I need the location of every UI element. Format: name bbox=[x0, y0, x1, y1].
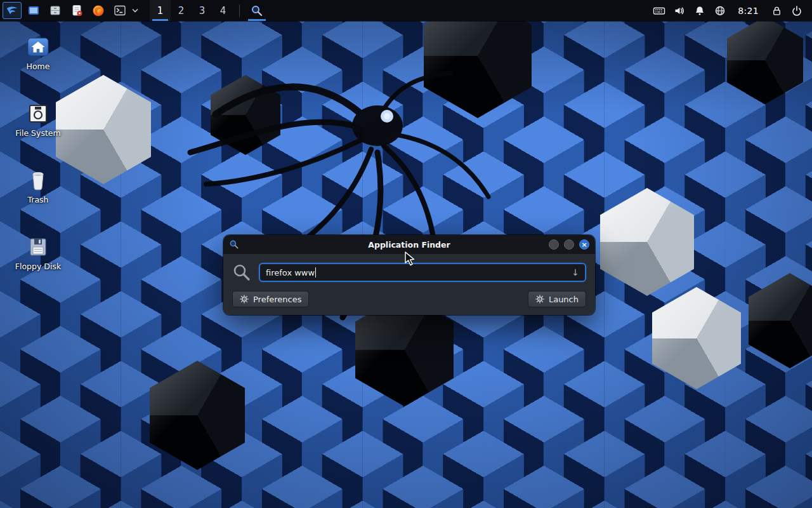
panel-status-area: 8:21 bbox=[650, 2, 812, 19]
mouse-cursor bbox=[404, 251, 418, 267]
text-editor-icon bbox=[70, 4, 83, 17]
taskbar-application-finder-button[interactable] bbox=[246, 0, 268, 21]
keyboard-icon bbox=[653, 5, 665, 17]
trash-icon bbox=[26, 169, 50, 192]
launch-button[interactable]: Launch bbox=[528, 291, 586, 307]
launch-label: Launch bbox=[549, 295, 579, 304]
desktop-icon-trash[interactable]: Trash bbox=[8, 169, 69, 204]
desktop-icon-floppy-disk[interactable]: Floppy Disk bbox=[8, 236, 69, 271]
home-icon bbox=[26, 36, 50, 58]
power-button[interactable] bbox=[788, 2, 806, 19]
workspace-label: 1 bbox=[157, 5, 164, 17]
chevron-down-icon bbox=[132, 8, 138, 13]
kali-menu-button[interactable] bbox=[3, 2, 22, 19]
window-search-icon bbox=[229, 239, 239, 250]
button-row: Preferences Launch bbox=[232, 291, 586, 307]
close-button[interactable]: × bbox=[579, 239, 589, 250]
file-cabinet-icon bbox=[49, 4, 62, 17]
network-status-button[interactable] bbox=[711, 2, 729, 19]
panel-separator bbox=[239, 4, 240, 17]
arrow-down-icon[interactable]: ↓ bbox=[572, 267, 579, 277]
file-manager-icon bbox=[27, 4, 40, 17]
workspace-pager: 1 2 3 4 bbox=[150, 0, 233, 21]
desktop-icon-label: File System bbox=[15, 128, 61, 138]
notifications-button[interactable] bbox=[691, 2, 709, 19]
clock[interactable]: 8:21 bbox=[738, 6, 759, 16]
close-icon: × bbox=[581, 241, 587, 248]
workspace-1[interactable]: 1 bbox=[150, 0, 171, 21]
top-panel: 1 2 3 4 bbox=[0, 0, 812, 21]
search-input[interactable]: firefox www ↓ bbox=[259, 263, 586, 282]
terminal-dropdown-button[interactable] bbox=[131, 2, 140, 19]
desktop-icon-file-system[interactable]: File System bbox=[8, 102, 69, 138]
kali-logo-icon bbox=[5, 4, 19, 18]
terminal-icon bbox=[114, 4, 126, 17]
desktop-icon-label: Home bbox=[27, 62, 50, 71]
firefox-button[interactable] bbox=[89, 2, 108, 19]
desktop-icon-label: Trash bbox=[27, 195, 48, 204]
bell-icon bbox=[694, 5, 705, 17]
desktop-icon-home[interactable]: Home bbox=[8, 36, 69, 71]
search-query-text: firefox www bbox=[266, 268, 315, 277]
window-title: Application Finder bbox=[223, 240, 595, 250]
desktop-icon-label: Floppy Disk bbox=[15, 262, 61, 271]
workspace-3[interactable]: 3 bbox=[192, 0, 213, 21]
desktop-icon-list: Home File System Trash Floppy Disk bbox=[8, 36, 69, 271]
screen-lock-button[interactable] bbox=[768, 2, 785, 19]
search-icon bbox=[251, 4, 263, 17]
search-icon-large bbox=[232, 263, 251, 282]
power-icon bbox=[791, 5, 802, 17]
floppy-disk-icon bbox=[26, 236, 50, 258]
keyboard-indicator-button[interactable] bbox=[650, 2, 668, 19]
minimize-button[interactable] bbox=[549, 239, 559, 250]
gear-icon bbox=[240, 295, 249, 304]
file-system-icon bbox=[26, 102, 50, 125]
workspace-4[interactable]: 4 bbox=[213, 0, 233, 21]
text-cursor bbox=[315, 267, 316, 277]
lock-icon bbox=[771, 5, 782, 17]
workspace-label: 4 bbox=[220, 5, 226, 17]
workspace-label: 2 bbox=[178, 5, 185, 17]
window-controls: × bbox=[549, 239, 589, 250]
application-finder-window: Application Finder × firefox www ↓ bbox=[223, 235, 595, 315]
file-manager-button[interactable] bbox=[24, 2, 43, 19]
text-editor-button[interactable] bbox=[67, 2, 86, 19]
run-icon bbox=[535, 295, 544, 304]
preferences-label: Preferences bbox=[253, 295, 301, 304]
workspace-2[interactable]: 2 bbox=[171, 0, 192, 21]
volume-button[interactable] bbox=[671, 2, 688, 19]
terminal-button[interactable] bbox=[110, 2, 129, 19]
preferences-button[interactable]: Preferences bbox=[232, 291, 309, 307]
workspace-label: 3 bbox=[199, 5, 206, 17]
network-globe-icon bbox=[714, 5, 726, 17]
volume-icon bbox=[674, 5, 685, 17]
maximize-button[interactable] bbox=[564, 239, 574, 250]
firefox-icon bbox=[92, 4, 105, 17]
files-button[interactable] bbox=[46, 2, 65, 19]
